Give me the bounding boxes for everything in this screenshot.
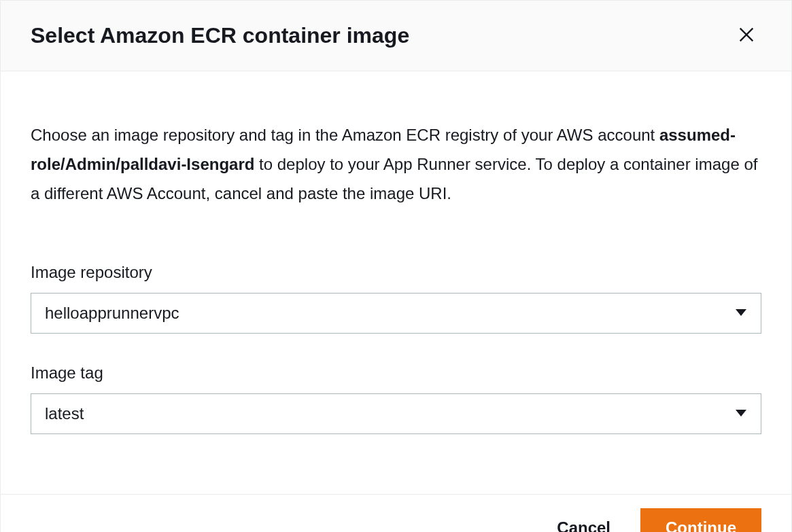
modal-header: Select Amazon ECR container image: [1, 1, 791, 71]
select-ecr-image-modal: Select Amazon ECR container image Choose…: [0, 0, 792, 532]
description-prefix: Choose an image repository and tag in th…: [31, 126, 659, 144]
image-tag-select[interactable]: latest: [31, 393, 761, 434]
modal-description: Choose an image repository and tag in th…: [31, 120, 761, 209]
image-repository-select[interactable]: helloapprunnervpc: [31, 293, 761, 334]
image-repository-field: Image repository helloapprunnervpc: [31, 263, 761, 334]
modal-title: Select Amazon ECR container image: [31, 22, 409, 48]
close-icon: [737, 25, 756, 46]
modal-body: Choose an image repository and tag in th…: [1, 71, 791, 494]
image-tag-label: Image tag: [31, 363, 761, 383]
cancel-button[interactable]: Cancel: [546, 510, 621, 532]
continue-button[interactable]: Continue: [640, 508, 761, 532]
close-button[interactable]: [731, 20, 761, 52]
image-repository-value[interactable]: helloapprunnervpc: [31, 293, 761, 334]
image-repository-label: Image repository: [31, 263, 761, 282]
image-tag-value[interactable]: latest: [31, 393, 761, 434]
image-tag-field: Image tag latest: [31, 363, 761, 434]
modal-footer: Cancel Continue: [1, 494, 791, 532]
